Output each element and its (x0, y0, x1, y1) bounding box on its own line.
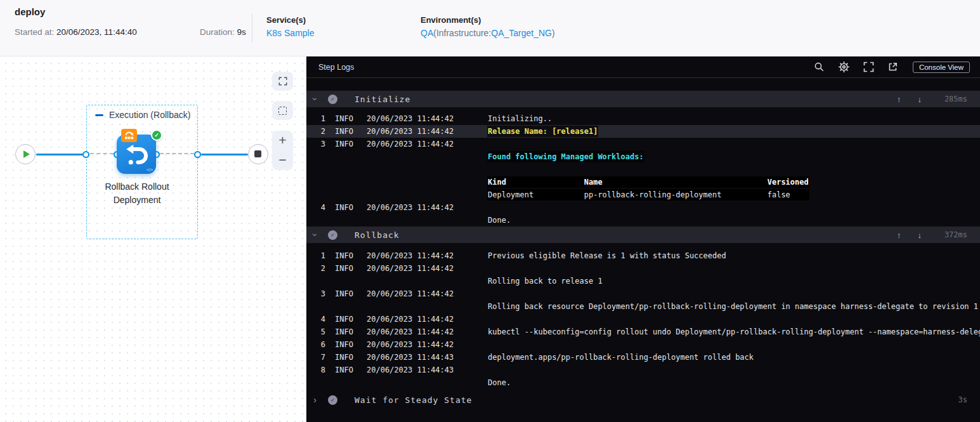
log-timestamp: 20/06/2023 11:44:42 (367, 114, 455, 123)
undo-arrow-icon (124, 142, 148, 166)
log-line-number: 3 (306, 289, 325, 298)
log-message: Previous eligible Release is 1 with stat… (487, 250, 727, 261)
end-node[interactable] (248, 144, 268, 164)
search-icon[interactable] (814, 62, 825, 72)
log-row: Found following Managed Workloads: (306, 150, 980, 163)
log-message: Done. (487, 214, 511, 226)
connector-dot (194, 151, 201, 158)
fullscreen-icon (278, 77, 287, 86)
log-section-body: 1INFO20/06/2023 11:44:42Previous eligibl… (306, 243, 980, 389)
section-title: Initialize (355, 95, 410, 104)
zoom-in-button[interactable]: + (272, 131, 293, 150)
log-line-number: 1 (306, 114, 325, 123)
edge-start-to-group (36, 154, 86, 155)
log-message (487, 206, 488, 209)
log-level: INFO (335, 251, 358, 260)
log-section-body: 1INFO20/06/2023 11:44:42Initializing..2I… (306, 107, 980, 227)
status-success-icon: ✓ (328, 395, 337, 405)
service-link[interactable]: K8s Sample (266, 28, 314, 38)
scroll-to-top-icon[interactable]: ↑ (897, 95, 901, 104)
step-logs-toolbar: Step Logs Console View (306, 56, 980, 78)
infrastructure-prefix: (Infrastructure: (433, 28, 491, 38)
log-timestamp: 20/06/2023 11:44:42 (367, 315, 455, 324)
log-row: 4INFO20/06/2023 11:44:42 (306, 313, 980, 326)
log-level: INFO (335, 327, 358, 336)
log-message: Rolling back to release 1 (487, 275, 603, 287)
log-row: Kind Name Versioned (306, 176, 980, 188)
fullscreen-icon[interactable] (863, 62, 874, 72)
log-level: INFO (335, 114, 358, 123)
log-level: INFO (335, 315, 358, 324)
scroll-to-bottom-icon[interactable]: ↓ (918, 95, 922, 104)
status-success-icon: ✓ (328, 95, 337, 104)
log-line-number: 5 (306, 327, 325, 336)
log-row: 2INFO20/06/2023 11:44:42 (306, 262, 980, 275)
chevron-right-icon: › (311, 395, 319, 405)
open-in-new-icon[interactable] (887, 62, 898, 72)
log-timestamp: 20/06/2023 11:44:43 (367, 366, 455, 374)
collapse-dash-icon[interactable] (95, 114, 103, 116)
log-line-number: 4 (306, 315, 325, 324)
log-level: INFO (335, 289, 358, 298)
gear-icon[interactable] (838, 61, 850, 73)
log-message (487, 267, 488, 270)
log-section-header-wait-for-steady-state[interactable]: ›✓Wait for Steady State3s (306, 392, 980, 408)
log-line-number: 2 (306, 264, 325, 273)
log-message (487, 343, 488, 346)
zoom-out-button[interactable]: − (272, 150, 293, 170)
pipeline-canvas[interactable]: Execution (Rollback) ✓ </> Rollback Roll… (0, 56, 306, 422)
log-row: 2INFO20/06/2023 11:44:42Release Name: [r… (306, 125, 980, 138)
connector-dot (82, 151, 89, 158)
services-block: Service(s) K8s Sample (266, 15, 314, 38)
log-timestamp: 20/06/2023 11:44:42 (367, 289, 455, 298)
canvas-fullscreen-button[interactable] (272, 72, 293, 91)
log-row: 8INFO20/06/2023 11:44:43 (306, 364, 980, 376)
log-row: 7INFO20/06/2023 11:44:43deployment.apps/… (306, 351, 980, 364)
chevron-down-icon: › (310, 231, 320, 239)
log-timestamp: 20/06/2023 11:44:42 (367, 327, 455, 336)
log-message: Done. (487, 377, 511, 388)
log-message (487, 293, 488, 295)
edge-group-to-end (201, 154, 248, 155)
log-message: kubectl --kubeconfig=config rollout undo… (487, 326, 980, 338)
log-section-header-initialize[interactable]: ›✓Initialize↑↓285ms (306, 91, 980, 107)
log-section-header-rollback[interactable]: ›✓Rollback↑↓372ms (306, 227, 980, 243)
log-level: INFO (335, 340, 358, 349)
log-row: 3INFO20/06/2023 11:44:42 (306, 287, 980, 300)
log-timestamp: 20/06/2023 11:44:42 (367, 264, 455, 273)
log-level: INFO (335, 353, 358, 362)
step-node-label: Rollback Rollout Deployment (86, 180, 188, 207)
log-row: 6INFO20/06/2023 11:44:42 (306, 338, 980, 351)
rollback-step-node[interactable]: ✓ </> (117, 135, 156, 174)
page-title: deploy (15, 6, 45, 17)
execution-group-label[interactable]: Execution (Rollback) (95, 110, 190, 120)
log-row: Deployment pp-rollback-rolling-deploymen… (306, 188, 980, 201)
infrastructure-link[interactable]: QA_Target_NG (491, 28, 552, 38)
log-message: deployment.apps/pp-rollback-rolling-depl… (487, 352, 754, 363)
environment-link[interactable]: QA (421, 28, 433, 38)
log-message (487, 369, 488, 371)
log-line-number: 4 (306, 203, 325, 212)
console-view-button[interactable]: Console View (913, 62, 970, 73)
stop-icon (254, 150, 261, 157)
canvas-zoom-control: + − (272, 131, 293, 170)
log-line-number: 3 (306, 140, 325, 148)
log-message: Found following Managed Workloads: (487, 151, 644, 162)
log-row: Rolling back resource Deployment/pp-roll… (306, 300, 980, 313)
log-message: Rolling back resource Deployment/pp-roll… (487, 301, 979, 312)
canvas-select-button[interactable] (272, 101, 293, 120)
header-divider (252, 13, 252, 43)
log-row: 1INFO20/06/2023 11:44:42Previous eligibl… (306, 249, 980, 262)
log-level: INFO (335, 127, 358, 136)
log-timestamp: 20/06/2023 11:44:42 (367, 340, 455, 349)
scroll-to-bottom-icon[interactable]: ↓ (918, 230, 922, 240)
duration: Duration: 9s (200, 27, 246, 37)
chevron-down-icon: › (310, 95, 320, 103)
scroll-to-top-icon[interactable]: ↑ (897, 230, 901, 240)
start-node[interactable] (15, 144, 36, 164)
services-label: Service(s) (266, 15, 314, 25)
log-line-number: 2 (306, 127, 325, 136)
duration-value: 9s (237, 27, 246, 37)
log-line-number: 1 (306, 251, 325, 260)
section-duration: 3s (938, 395, 967, 404)
